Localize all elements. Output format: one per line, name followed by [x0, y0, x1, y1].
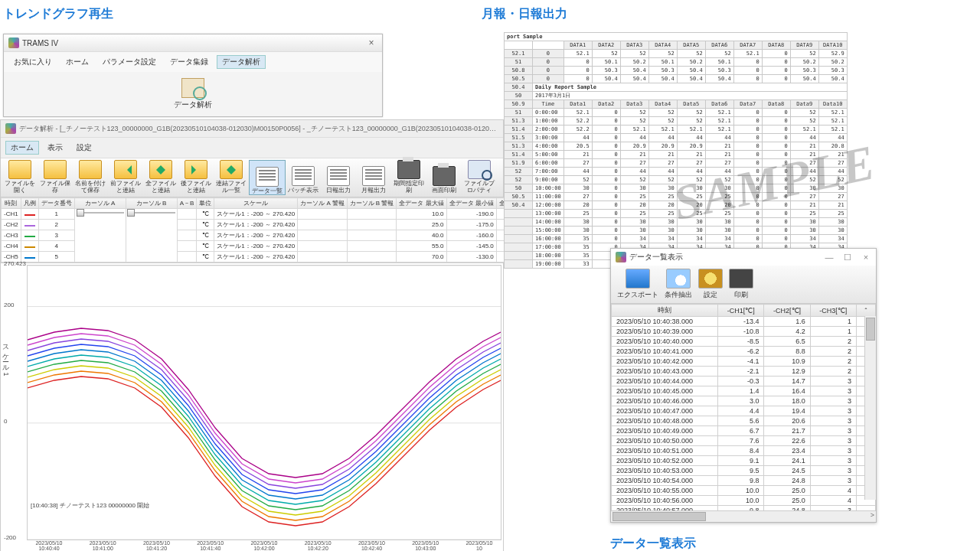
- table-row[interactable]: 2023/05/10 10:40:38.000-13.41.61: [612, 317, 876, 327]
- cell: -160.0: [446, 230, 496, 241]
- x-tick: 2023/05/10 10:40:40: [27, 540, 71, 551]
- table-row[interactable]: 2023/05/10 10:40:50.0007.622.63: [612, 436, 876, 446]
- tab-パラメータ設定[interactable]: パラメータ設定: [97, 55, 162, 69]
- dl-icon: [626, 269, 650, 289]
- chart-annotation: [10:40:38] チノーテスト123 00000000 開始: [31, 501, 149, 510]
- tab-ホーム[interactable]: ホーム: [60, 55, 94, 69]
- table-row[interactable]: 2023/05/10 10:40:55.00010.025.04: [612, 486, 876, 496]
- cell: [298, 252, 347, 262]
- chart-lines: [28, 266, 501, 540]
- win-datalist: データ一覧表示 — ☐ × エクスポート条件抽出設定印刷 時刻-CH1[℃]-C…: [610, 248, 877, 523]
- toolbar-btn-期間指定印刷[interactable]: 期間指定印刷: [391, 160, 426, 194]
- table-row[interactable]: 2023/05/10 10:40:52.0009.124.13: [612, 456, 876, 466]
- win-analyzer: データ解析 - [_チノーテスト123_00000000_G1B(2023051…: [0, 119, 504, 551]
- cell: [126, 209, 177, 262]
- table-row[interactable]: 2023/05/10 10:40:48.0005.620.63: [612, 416, 876, 426]
- tab-設定[interactable]: 設定: [71, 141, 97, 155]
- toolbar-icon: [8, 160, 31, 179]
- y-tick: -200: [4, 534, 16, 541]
- toolbar-btn-全ファイルと連結[interactable]: 全ファイルと連結: [143, 160, 178, 194]
- toolbar-btn-月報出力[interactable]: 月報出力: [356, 160, 391, 194]
- scrollbar-vertical[interactable]: [864, 316, 876, 500]
- table-row[interactable]: 2023/05/10 10:40:46.0003.018.03: [612, 396, 876, 406]
- table-row[interactable]: 2023/05/10 10:40:49.0006.721.73: [612, 426, 876, 436]
- tab-データ集録[interactable]: データ集録: [165, 55, 214, 69]
- cell: -190.0: [446, 209, 496, 220]
- maximize-icon[interactable]: ☐: [842, 253, 853, 262]
- toolbar-btn-名前を付けて保存[interactable]: 名前を付けて保存: [73, 160, 108, 194]
- datalist-logo-icon: [616, 252, 626, 262]
- toolbar-btn-ファイルプロパティ[interactable]: ファイルプロパティ: [462, 160, 497, 194]
- table-row[interactable]: 2023/05/10 10:40:41.000-6.28.82: [612, 347, 876, 357]
- x-tick: 2023/05/10 10: [457, 540, 501, 551]
- toolbar-icon: [44, 160, 67, 179]
- toolbar-btn-後ファイルと連結[interactable]: 後ファイルと連結: [178, 160, 214, 194]
- toolbar-btn-日報出力[interactable]: 日報出力: [321, 160, 356, 194]
- toolbar-icon: [149, 160, 172, 179]
- cursor-knob[interactable]: [127, 209, 135, 217]
- cell: [347, 209, 397, 220]
- table-row[interactable]: 2023/05/10 10:40:45.0001.416.43: [612, 386, 876, 396]
- tab-表示[interactable]: 表示: [42, 141, 68, 155]
- table-row[interactable]: 2023/05/10 10:40:42.000-4.110.92: [612, 357, 876, 367]
- dl-btn-条件抽出[interactable]: 条件抽出: [665, 269, 692, 300]
- dl-col: 時刻: [612, 305, 718, 317]
- cell: [347, 230, 397, 241]
- tab-データ解析[interactable]: データ解析: [217, 55, 266, 69]
- cell: -CH2: [2, 220, 21, 230]
- table-row[interactable]: 2023/05/10 10:40:40.000-8.56.52: [612, 337, 876, 347]
- toolbar-btn-ファイル保存[interactable]: ファイル保存: [38, 160, 73, 194]
- toolbar-btn-データ一覧[interactable]: データ一覧: [249, 160, 286, 195]
- cell: 40.0: [397, 230, 446, 241]
- win-trams: TRAMS IV × お気に入りホームパラメータ設定データ集録データ解析 データ…: [3, 34, 383, 117]
- cursor-knob[interactable]: [77, 209, 84, 217]
- analyzer-title: データ解析 - [_チノーテスト123_00000000_G1B(2023051…: [19, 124, 498, 134]
- minimize-icon[interactable]: —: [824, 253, 835, 262]
- dl-btn-設定[interactable]: 設定: [698, 269, 723, 300]
- toolbar-btn-ファイルを開く[interactable]: ファイルを開く: [2, 160, 38, 194]
- col-header: 全データ 最大値: [397, 198, 446, 209]
- toolbar-btn-バッチ表示[interactable]: バッチ表示: [286, 160, 321, 194]
- cell: [347, 220, 397, 230]
- analyzer-toolbar: ファイルを開くファイル保存名前を付けて保存前ファイルと連結全ファイルと連結後ファ…: [1, 158, 503, 197]
- col-header: スケール: [214, 198, 298, 209]
- cell: -CH3: [2, 230, 21, 241]
- dl-icon: [666, 269, 691, 289]
- report-col: DATA1: [564, 41, 592, 50]
- cell: -175.0: [446, 220, 496, 230]
- toolbar-icon: [327, 166, 350, 186]
- x-tick: 2023/05/10 10:43:00: [403, 540, 448, 551]
- x-tick: 2023/05/10 10:42:20: [296, 540, 340, 551]
- dl-btn-エクスポート[interactable]: エクスポート: [617, 269, 658, 300]
- cell: [177, 241, 197, 252]
- table-row[interactable]: 2023/05/10 10:40:43.000-2.112.92: [612, 367, 876, 377]
- report-col: DATA9: [790, 41, 818, 50]
- tab-お気に入り[interactable]: お気に入り: [8, 55, 57, 69]
- table-row[interactable]: 2023/05/10 10:40:51.0008.423.43: [612, 446, 876, 456]
- y-tick: 270.423: [4, 260, 26, 267]
- cell: [21, 241, 38, 252]
- x-tick: 2023/05/10 10:41:20: [135, 540, 179, 551]
- table-row[interactable]: 2023/05/10 10:40:54.0009.824.83: [612, 476, 876, 486]
- table-row[interactable]: 2023/05/10 10:40:47.0004.419.43: [612, 406, 876, 416]
- col-header: データ番号: [38, 198, 74, 209]
- col-header: カーソル A: [74, 198, 126, 209]
- close-icon[interactable]: ×: [365, 37, 377, 48]
- table-row[interactable]: 2023/05/10 10:40:53.0009.524.53: [612, 466, 876, 476]
- close-icon[interactable]: ×: [861, 253, 871, 262]
- table-row[interactable]: 2023/05/10 10:40:44.000-0.314.73: [612, 377, 876, 386]
- dl-btn-印刷[interactable]: 印刷: [729, 269, 753, 300]
- toolbar-btn-画面印刷[interactable]: 画面印刷: [426, 160, 462, 194]
- cell: ℃: [197, 252, 214, 262]
- tool-data-analysis[interactable]: データ解析: [7, 75, 379, 113]
- toolbar-btn-前ファイルと連結[interactable]: 前ファイルと連結: [108, 160, 143, 194]
- toolbar-icon: [292, 166, 315, 186]
- tab-ホーム[interactable]: ホーム: [5, 141, 39, 155]
- y-tick: 200: [4, 302, 14, 308]
- table-row[interactable]: 2023/05/10 10:40:39.000-10.84.21: [612, 327, 876, 337]
- table-row[interactable]: 2023/05/10 10:40:56.00010.025.04: [612, 496, 876, 506]
- toolbar-btn-連結ファイル一覧[interactable]: 連結ファイル一覧: [214, 160, 249, 194]
- cell: [298, 220, 347, 230]
- scrollbar-horizontal[interactable]: [611, 510, 876, 522]
- cell: [298, 209, 347, 220]
